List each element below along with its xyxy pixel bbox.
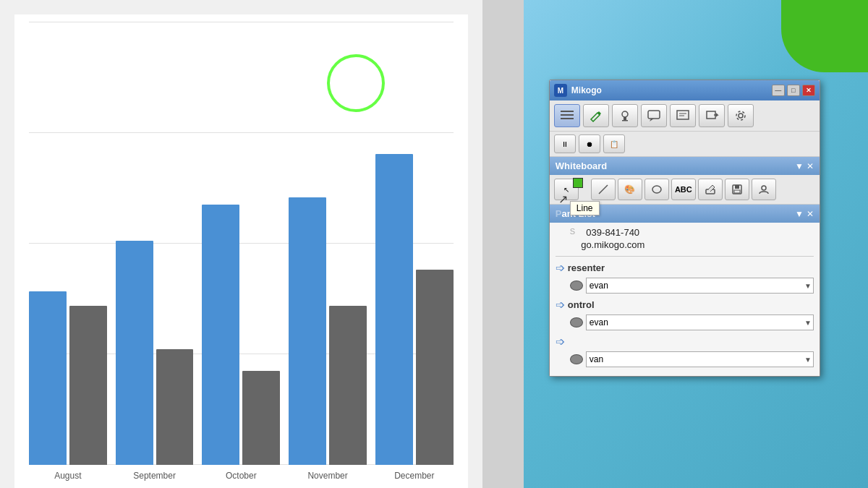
svg-rect-18 <box>734 190 740 193</box>
main-toolbar <box>550 100 820 132</box>
toolbar-whiteboard-btn[interactable] <box>670 104 696 127</box>
presenter-label: resenter <box>568 262 605 273</box>
svg-point-12 <box>736 111 745 120</box>
wb-line-btn[interactable] <box>591 179 616 200</box>
bar-gray-august <box>69 306 107 465</box>
third-avatar <box>570 354 583 364</box>
third-value: van <box>590 354 603 364</box>
whiteboard-collapse-btn[interactable]: ▼ <box>795 161 804 171</box>
right-panel: M Mikogo — □ ✕ <box>524 0 868 488</box>
control-dropdown[interactable]: evan ▼ <box>586 314 814 330</box>
label-december: December <box>375 471 454 481</box>
bar-group-august <box>29 291 107 465</box>
control-value: evan <box>590 317 608 328</box>
bar-gray-december <box>416 270 454 465</box>
svg-point-11 <box>739 114 743 118</box>
label-october: October <box>202 471 280 481</box>
minimize-button[interactable]: — <box>772 85 785 96</box>
label-august: August <box>29 471 107 481</box>
control-label: ontrol <box>568 299 595 310</box>
svg-rect-1 <box>561 114 574 116</box>
copy-btn[interactable]: 📋 <box>603 134 625 153</box>
whiteboard-close-btn[interactable]: ✕ <box>807 161 814 171</box>
toolbar-audio-btn[interactable] <box>612 104 638 127</box>
secondary-toolbar: ⏸ ⏺ 📋 <box>550 132 820 157</box>
svg-line-13 <box>599 185 608 194</box>
third-dropdown-arrow: ▼ <box>804 356 812 364</box>
wb-save-btn[interactable] <box>725 179 749 200</box>
label-november: November <box>289 471 367 481</box>
svg-rect-0 <box>561 111 574 112</box>
label-september: September <box>116 471 194 481</box>
bar-group-november <box>289 197 367 465</box>
svg-rect-6 <box>648 111 660 119</box>
svg-rect-17 <box>735 185 739 189</box>
svg-rect-7 <box>677 111 689 119</box>
bar-blue-november <box>289 197 326 465</box>
color-indicator[interactable] <box>573 178 583 188</box>
chart-area: August September October November Decemb… <box>0 0 482 488</box>
whiteboard-header-controls: ▼ ✕ <box>795 161 814 171</box>
participant-info: 039-841-740 go.mikogo.com <box>581 227 644 252</box>
control-dropdown-row: evan ▼ <box>570 314 814 330</box>
control-dropdown-arrow: ▼ <box>804 319 812 327</box>
bar-group-september <box>116 241 194 465</box>
bar-blue-september <box>116 241 153 465</box>
bar-blue-august <box>29 291 67 465</box>
control-arrow-icon: ➩ <box>556 298 565 312</box>
window-controls: — □ ✕ <box>772 85 815 96</box>
toolbar-list-btn[interactable] <box>554 104 580 127</box>
mikogo-window: M Mikogo — □ ✕ <box>549 80 820 377</box>
whiteboard-title: Whiteboard <box>556 160 608 171</box>
bar-gray-september <box>156 349 194 465</box>
presenter-dropdown-row: evan ▼ <box>570 278 814 294</box>
presenter-dropdown-arrow: ▼ <box>804 282 812 290</box>
third-dropdown-row: van ▼ <box>570 351 814 367</box>
third-dropdown[interactable]: van ▼ <box>586 351 814 367</box>
svg-point-14 <box>652 186 661 193</box>
presenter-dropdown[interactable]: evan ▼ <box>586 278 814 294</box>
toolbar-settings-btn[interactable] <box>728 104 754 127</box>
phone-number: 039-841-740 <box>581 227 644 238</box>
participant-close-btn[interactable]: ✕ <box>807 209 814 219</box>
title-bar: M Mikogo — □ ✕ <box>550 80 820 100</box>
wb-user-btn[interactable] <box>752 179 776 200</box>
close-button[interactable]: ✕ <box>802 85 815 96</box>
line-tooltip: Line <box>570 201 600 215</box>
whiteboard-section-header: Whiteboard ▼ ✕ <box>550 157 820 175</box>
chart-labels: August September October November Decemb… <box>14 465 468 488</box>
record-btn[interactable]: ⏺ <box>579 134 600 153</box>
toolbar-edit-btn[interactable] <box>583 104 609 127</box>
svg-point-19 <box>762 186 766 190</box>
svg-rect-5 <box>622 120 628 121</box>
bar-gray-october <box>242 371 280 465</box>
mouse-cursor: ↗ <box>558 192 568 206</box>
svg-rect-2 <box>561 118 574 119</box>
chart-container <box>14 14 468 465</box>
bar-blue-october <box>202 205 239 465</box>
pause-btn[interactable]: ⏸ <box>554 134 576 153</box>
control-avatar <box>570 317 583 328</box>
bar-chart <box>29 118 454 465</box>
bar-group-october <box>202 205 280 465</box>
presenter-avatar <box>570 281 583 291</box>
participant-indent: S <box>570 227 575 252</box>
mikogo-url: go.mikogo.com <box>581 239 644 250</box>
wb-text-btn[interactable]: ABC <box>671 179 696 200</box>
svg-point-3 <box>622 111 628 117</box>
grid-line <box>29 22 454 22</box>
toolbar-transfer-btn[interactable] <box>699 104 725 127</box>
participant-collapse-btn[interactable]: ▼ <box>795 209 804 219</box>
toolbar-chat-btn[interactable] <box>641 104 667 127</box>
presenter-arrow-icon: ➩ <box>556 261 565 275</box>
maximize-button[interactable]: □ <box>787 85 800 96</box>
wb-eraser-btn[interactable] <box>698 179 723 200</box>
wb-paint-btn[interactable]: 🎨 <box>618 179 642 200</box>
third-arrow-icon: ➩ <box>556 335 565 348</box>
presenter-value: evan <box>590 281 608 291</box>
window-title: Mikogo <box>571 85 772 95</box>
participant-header-controls: ▼ ✕ <box>795 209 814 219</box>
green-decoration <box>781 0 868 72</box>
divider <box>556 256 814 257</box>
wb-ellipse-btn[interactable] <box>644 179 669 200</box>
